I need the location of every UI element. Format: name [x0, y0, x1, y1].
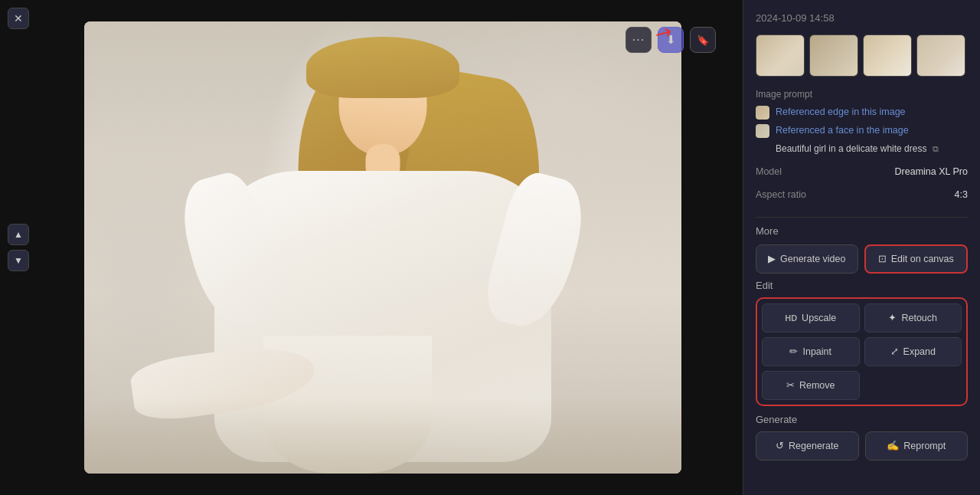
- thumbnail-1[interactable]: [756, 34, 805, 77]
- remove-button[interactable]: ✂ Remove: [762, 371, 860, 400]
- ref-face-link[interactable]: Referenced a face in the image: [776, 124, 909, 138]
- prompt-description: Beautiful girl in a delicate white dress…: [776, 143, 968, 156]
- figure: [84, 21, 681, 474]
- expand-button[interactable]: ⤢ Expand: [864, 337, 962, 366]
- nav-down-button[interactable]: ▼: [8, 250, 29, 271]
- panel-header: 2024-10-09 14:58: [756, 12, 968, 24]
- aspect-ratio-row: Aspect ratio 4:3: [756, 186, 968, 203]
- generate-video-button[interactable]: ▶ Generate video: [756, 244, 858, 274]
- thumbnail-3[interactable]: [863, 34, 912, 77]
- generate-row: ↺ Regenerate ✍ Reprompt: [756, 431, 968, 461]
- more-section-label: More: [756, 225, 968, 237]
- more-action-row: ▶ Generate video ⊡ Edit on canvas: [756, 244, 968, 274]
- timestamp: 2024-10-09 14:58: [756, 12, 835, 24]
- image-prompt-label: Image prompt: [756, 89, 968, 100]
- image-toolbar: ··· ⬇ 🔖: [626, 27, 716, 53]
- ref-face-item: Referenced a face in the image: [756, 124, 968, 138]
- thumbnail-4[interactable]: [916, 34, 965, 77]
- image-area: ··· ⬇ 🔖 ↗: [0, 0, 743, 495]
- ref-edge-link[interactable]: Referenced edge in this image: [776, 106, 906, 120]
- close-button[interactable]: ✕: [8, 8, 29, 29]
- bookmark-button[interactable]: 🔖: [690, 27, 716, 53]
- main-image: [84, 21, 681, 474]
- upscale-button[interactable]: HD Upscale: [762, 303, 860, 333]
- nav-arrows: ▲ ▼: [8, 224, 29, 271]
- ref-face-icon: [756, 124, 769, 138]
- thumbnail-strip: [756, 34, 968, 77]
- thumbnail-2[interactable]: [809, 34, 858, 77]
- edit-grid: HD Upscale ✦ Retouch ✏ Inpaint ⤢ Expand …: [756, 297, 968, 406]
- ref-edge-item: Referenced edge in this image: [756, 106, 968, 120]
- edit-on-canvas-button[interactable]: ⊡ Edit on canvas: [864, 244, 969, 274]
- more-options-button[interactable]: ···: [626, 27, 652, 53]
- retouch-button[interactable]: ✦ Retouch: [864, 303, 962, 333]
- edit-section-label: Edit: [756, 280, 968, 291]
- regenerate-button[interactable]: ↺ Regenerate: [756, 431, 859, 461]
- nav-up-button[interactable]: ▲: [8, 224, 29, 245]
- edit-placeholder: [864, 371, 962, 400]
- reprompt-button[interactable]: ✍ Reprompt: [865, 431, 969, 461]
- model-row: Model Dreamina XL Pro: [756, 163, 968, 180]
- copy-prompt-button[interactable]: ⧉: [933, 143, 939, 155]
- right-panel: 2024-10-09 14:58 Image prompt Referenced…: [743, 0, 980, 495]
- inpaint-button[interactable]: ✏ Inpaint: [762, 337, 860, 366]
- download-button[interactable]: ⬇: [658, 27, 684, 53]
- divider-1: [756, 217, 968, 218]
- generate-section-label: Generate: [756, 414, 968, 425]
- ref-edge-icon: [756, 106, 769, 120]
